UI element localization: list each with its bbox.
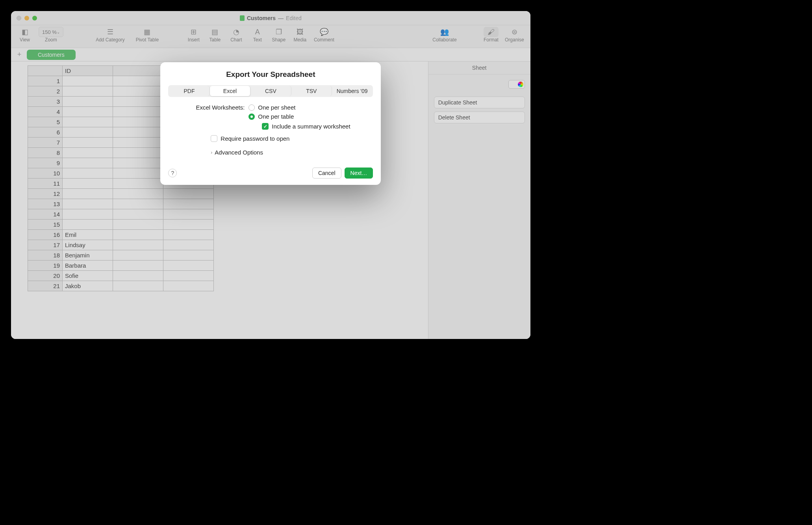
- cell[interactable]: [63, 209, 113, 220]
- row-number[interactable]: 19: [28, 261, 63, 271]
- cell[interactable]: [163, 240, 214, 250]
- table-row[interactable]: 17Lindsay: [28, 240, 214, 250]
- cell[interactable]: [113, 230, 163, 240]
- row-number[interactable]: 18: [28, 250, 63, 261]
- row-number[interactable]: 16: [28, 230, 63, 240]
- next-button[interactable]: Next…: [345, 168, 373, 179]
- cell[interactable]: [113, 168, 163, 179]
- cell[interactable]: [163, 281, 214, 291]
- shape-button[interactable]: ❐ Shape: [269, 27, 289, 43]
- cell[interactable]: [63, 76, 113, 86]
- cell[interactable]: [113, 148, 163, 158]
- row-number[interactable]: 4: [28, 107, 63, 117]
- cell[interactable]: [63, 138, 113, 148]
- tab-excel[interactable]: Excel: [210, 86, 250, 96]
- cell[interactable]: [163, 220, 214, 230]
- cell[interactable]: Sofie: [63, 271, 113, 281]
- row-number[interactable]: 7: [28, 138, 63, 148]
- table-row[interactable]: 13: [28, 199, 214, 209]
- column-header-id[interactable]: ID: [63, 66, 113, 76]
- cell[interactable]: [113, 220, 163, 230]
- cell[interactable]: [63, 179, 113, 189]
- radio-one-per-sheet[interactable]: One per sheet: [248, 104, 295, 111]
- cell[interactable]: [163, 209, 214, 220]
- cell[interactable]: [63, 220, 113, 230]
- row-number[interactable]: 11: [28, 179, 63, 189]
- table-row[interactable]: 19Barbara: [28, 261, 214, 271]
- duplicate-sheet-button[interactable]: Duplicate Sheet: [434, 97, 525, 108]
- cancel-button[interactable]: Cancel: [312, 168, 341, 179]
- cell[interactable]: Emil: [63, 230, 113, 240]
- cell[interactable]: [63, 97, 113, 107]
- comment-button[interactable]: 💬 Comment: [311, 27, 337, 43]
- add-sheet-button[interactable]: +: [13, 50, 25, 59]
- sheet-tint-well[interactable]: [508, 80, 525, 89]
- row-number[interactable]: 5: [28, 117, 63, 127]
- table-row[interactable]: 21Jakob: [28, 281, 214, 291]
- format-button[interactable]: 🖌 Format: [481, 27, 501, 43]
- tab-tsv[interactable]: TSV: [291, 86, 332, 96]
- cell[interactable]: [63, 189, 113, 199]
- inspector-header[interactable]: Sheet: [428, 61, 530, 74]
- row-number[interactable]: 10: [28, 168, 63, 179]
- row-number[interactable]: 9: [28, 158, 63, 168]
- table-row[interactable]: 16Emil: [28, 230, 214, 240]
- collaborate-button[interactable]: 👥 Collaborate: [427, 27, 462, 43]
- radio-one-per-table[interactable]: One per table: [248, 113, 295, 120]
- chart-button[interactable]: ◔ Chart: [226, 27, 246, 43]
- cell[interactable]: [113, 179, 163, 189]
- cell[interactable]: Jakob: [63, 281, 113, 291]
- cell[interactable]: [113, 97, 163, 107]
- cell[interactable]: [113, 76, 163, 86]
- row-number[interactable]: 13: [28, 199, 63, 209]
- tab-csv[interactable]: CSV: [250, 86, 291, 96]
- tab-pdf[interactable]: PDF: [169, 86, 209, 96]
- pivot-table-button[interactable]: ▦ Pivot Table: [130, 27, 165, 43]
- media-button[interactable]: 🖼 Media: [290, 27, 310, 43]
- row-number[interactable]: 12: [28, 189, 63, 199]
- sheet-tab-customers[interactable]: Customers: [27, 50, 76, 60]
- row-number[interactable]: 21: [28, 281, 63, 291]
- cell[interactable]: [113, 86, 163, 97]
- view-button[interactable]: ◧ View: [15, 27, 35, 43]
- cell[interactable]: [163, 189, 214, 199]
- include-summary-checkbox[interactable]: ✓ Include a summary worksheet: [262, 123, 363, 130]
- cell[interactable]: [163, 261, 214, 271]
- add-category-button[interactable]: ☰ Add Category: [93, 27, 128, 43]
- table-corner[interactable]: [28, 66, 63, 76]
- delete-sheet-button[interactable]: Delete Sheet: [434, 112, 525, 123]
- cell[interactable]: [63, 117, 113, 127]
- cell[interactable]: [163, 230, 214, 240]
- cell[interactable]: [163, 271, 214, 281]
- cell[interactable]: [63, 107, 113, 117]
- advanced-options-disclosure[interactable]: › Advanced Options: [211, 149, 363, 156]
- cell[interactable]: [113, 158, 163, 168]
- cell[interactable]: [163, 199, 214, 209]
- table-row[interactable]: 20Sofie: [28, 271, 214, 281]
- row-number[interactable]: 14: [28, 209, 63, 220]
- row-number[interactable]: 3: [28, 97, 63, 107]
- cell[interactable]: Lindsay: [63, 240, 113, 250]
- cell[interactable]: [63, 199, 113, 209]
- cell[interactable]: [113, 250, 163, 261]
- cell[interactable]: [63, 127, 113, 138]
- cell[interactable]: [163, 250, 214, 261]
- zoom-button[interactable]: 150 % ⌄ Zoom: [36, 27, 66, 43]
- table-row[interactable]: 15: [28, 220, 214, 230]
- help-button[interactable]: ?: [168, 169, 177, 177]
- row-number[interactable]: 6: [28, 127, 63, 138]
- cell[interactable]: [113, 240, 163, 250]
- insert-button[interactable]: ⊞ Insert: [184, 27, 204, 43]
- row-number[interactable]: 15: [28, 220, 63, 230]
- cell[interactable]: [113, 209, 163, 220]
- cell[interactable]: [113, 107, 163, 117]
- row-number[interactable]: 8: [28, 148, 63, 158]
- text-button[interactable]: A Text: [248, 27, 267, 43]
- cell[interactable]: [113, 281, 163, 291]
- row-number[interactable]: 2: [28, 86, 63, 97]
- table-button[interactable]: ▤ Table: [205, 27, 225, 43]
- cell[interactable]: [113, 127, 163, 138]
- cell[interactable]: [113, 199, 163, 209]
- row-number[interactable]: 20: [28, 271, 63, 281]
- cell[interactable]: [113, 271, 163, 281]
